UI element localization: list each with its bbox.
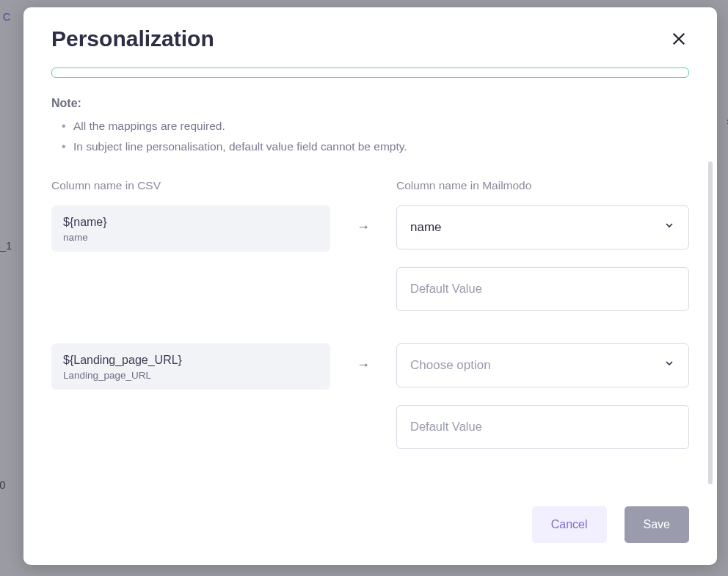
select-value: name bbox=[410, 220, 663, 235]
chevron-down-icon bbox=[663, 357, 675, 373]
select-placeholder: Choose option bbox=[410, 358, 663, 373]
bg-text: ct C bbox=[0, 10, 11, 23]
default-value-field[interactable] bbox=[396, 405, 689, 449]
default-value-input[interactable] bbox=[410, 282, 675, 296]
chevron-down-icon bbox=[663, 219, 675, 235]
mailmodo-column-select[interactable]: name bbox=[396, 205, 689, 249]
mailmodo-column-header: Column name in Mailmodo bbox=[396, 179, 531, 192]
note-item: In subject line personalisation, default… bbox=[73, 136, 689, 157]
csv-column-header: Column name in CSV bbox=[51, 179, 161, 192]
close-icon bbox=[671, 31, 687, 47]
modal-body: Note: All the mappings are required. In … bbox=[23, 68, 717, 506]
scrollbar-thumb[interactable] bbox=[708, 161, 713, 484]
csv-variable-name: name bbox=[63, 232, 318, 243]
note-list: All the mappings are required. In subjec… bbox=[51, 116, 689, 157]
save-button[interactable]: Save bbox=[625, 506, 689, 543]
arrow-icon: → bbox=[330, 205, 396, 249]
csv-variable-token: ${Landing_page_URL} bbox=[63, 354, 318, 367]
default-value-field[interactable] bbox=[396, 267, 689, 311]
bg-text: 1-0 bbox=[0, 478, 6, 491]
personalization-modal: Personalization Note: All the mappings a… bbox=[23, 7, 717, 565]
mapping-row: ${Landing_page_URL} Landing_page_URL → C… bbox=[51, 343, 689, 449]
mailmodo-column-select[interactable]: Choose option bbox=[396, 343, 689, 387]
column-headers: Column name in CSV Column name in Mailmo… bbox=[51, 179, 689, 192]
csv-variable-name: Landing_page_URL bbox=[63, 370, 318, 381]
note-item: All the mappings are required. bbox=[73, 116, 689, 136]
default-value-input[interactable] bbox=[410, 420, 675, 434]
cancel-button[interactable]: Cancel bbox=[532, 506, 607, 543]
csv-variable-token: ${name} bbox=[63, 216, 318, 229]
success-alert bbox=[51, 68, 689, 78]
csv-variable-box: ${Landing_page_URL} Landing_page_URL bbox=[51, 343, 330, 390]
csv-variable-box: ${name} name bbox=[51, 205, 330, 252]
modal-footer: Cancel Save bbox=[23, 506, 717, 565]
close-button[interactable] bbox=[669, 29, 689, 49]
note-heading: Note: bbox=[51, 97, 689, 110]
modal-title: Personalization bbox=[51, 26, 214, 51]
modal-header: Personalization bbox=[23, 7, 717, 68]
arrow-icon: → bbox=[330, 343, 396, 387]
bg-text: st_1 bbox=[0, 239, 12, 252]
mapping-row: ${name} name → name bbox=[51, 205, 689, 311]
